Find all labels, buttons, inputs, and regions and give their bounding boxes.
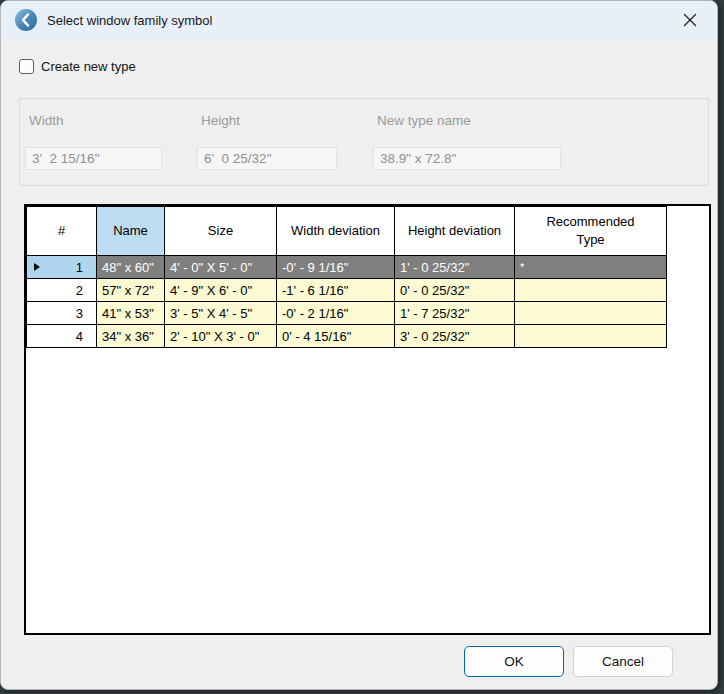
grid-body: 148" x 60"4' - 0" X 5' - 0"-0' - 9 1/16"… [27, 256, 667, 348]
screen: Select window family symbol Create new t… [0, 0, 724, 694]
height-field-group: Height 6' 0 25/32" [197, 99, 337, 185]
create-new-type-checkbox[interactable] [19, 59, 34, 74]
row-number-cell[interactable]: 4 [27, 325, 97, 348]
table-header-row: #NameSizeWidth deviationHeight deviation… [27, 207, 667, 256]
height-input[interactable]: 6' 0 25/32" [197, 147, 337, 170]
cell-size[interactable]: 4' - 0" X 5' - 0" [165, 256, 277, 279]
close-icon[interactable] [679, 9, 701, 31]
app-back-arrow-icon [15, 9, 37, 31]
column-header[interactable]: Width deviation [277, 207, 395, 256]
cell-width-deviation[interactable]: -1' - 6 1/16" [277, 279, 395, 302]
column-header[interactable]: Height deviation [395, 207, 515, 256]
table-row[interactable]: 341" x 53"3' - 5" X 4' - 5"-0' - 2 1/16"… [27, 302, 667, 325]
row-number-cell[interactable]: 2 [27, 279, 97, 302]
cell-size[interactable]: 2' - 10" X 3' - 0" [165, 325, 277, 348]
row-number-cell[interactable]: 1 [27, 256, 97, 279]
cell-size[interactable]: 3' - 5" X 4' - 5" [165, 302, 277, 325]
column-header[interactable]: Name [97, 207, 165, 256]
title-bar[interactable]: Select window family symbol [1, 1, 717, 39]
column-header[interactable]: Recommended Type [515, 207, 667, 256]
cell-width-deviation[interactable]: -0' - 9 1/16" [277, 256, 395, 279]
cell-name[interactable]: 57" x 72" [97, 279, 165, 302]
table-row[interactable]: 434" x 36"2' - 10" X 3' - 0"0' - 4 15/16… [27, 325, 667, 348]
width-label: Width [29, 113, 64, 128]
cell-recommended-type[interactable] [515, 302, 667, 325]
create-new-type-checkbox-row[interactable]: Create new type [19, 59, 136, 74]
cell-height-deviation[interactable]: 3' - 0 25/32" [395, 325, 515, 348]
ok-button[interactable]: OK [464, 646, 564, 677]
cell-height-deviation[interactable]: 0' - 0 25/32" [395, 279, 515, 302]
table-container: #NameSizeWidth deviationHeight deviation… [24, 204, 711, 635]
cell-name[interactable]: 41" x 53" [97, 302, 165, 325]
column-header[interactable]: # [27, 207, 97, 256]
cell-width-deviation[interactable]: 0' - 4 15/16" [277, 325, 395, 348]
create-new-type-label: Create new type [41, 59, 136, 74]
cell-size[interactable]: 4' - 9" X 6' - 0" [165, 279, 277, 302]
dialog-title: Select window family symbol [47, 13, 212, 28]
dimensions-panel: Width 3' 2 15/16" Height 6' 0 25/32" New… [19, 98, 709, 186]
row-number-cell[interactable]: 3 [27, 302, 97, 325]
cell-recommended-type[interactable] [515, 279, 667, 302]
cell-height-deviation[interactable]: 1' - 7 25/32" [395, 302, 515, 325]
cell-width-deviation[interactable]: -0' - 2 1/16" [277, 302, 395, 325]
width-field-group: Width 3' 2 15/16" [25, 99, 162, 185]
row-selected-marker-icon [34, 263, 40, 271]
cell-recommended-type[interactable] [515, 325, 667, 348]
new-type-name-label: New type name [377, 113, 471, 128]
column-header[interactable]: Size [165, 207, 277, 256]
select-window-family-symbol-dialog: Select window family symbol Create new t… [0, 0, 718, 690]
table-row[interactable]: 148" x 60"4' - 0" X 5' - 0"-0' - 9 1/16"… [27, 256, 667, 279]
table-row[interactable]: 257" x 72"4' - 9" X 6' - 0"-1' - 6 1/16"… [27, 279, 667, 302]
cell-recommended-type[interactable]: * [515, 256, 667, 279]
width-input[interactable]: 3' 2 15/16" [25, 147, 162, 170]
cell-name[interactable]: 48" x 60" [97, 256, 165, 279]
new-type-name-field-group: New type name 38.9" x 72.8" [373, 99, 561, 185]
cancel-button[interactable]: Cancel [573, 646, 673, 677]
symbols-table: #NameSizeWidth deviationHeight deviation… [26, 206, 667, 348]
height-label: Height [201, 113, 240, 128]
new-type-name-input[interactable]: 38.9" x 72.8" [373, 147, 561, 170]
cell-name[interactable]: 34" x 36" [97, 325, 165, 348]
cell-height-deviation[interactable]: 1' - 0 25/32" [395, 256, 515, 279]
